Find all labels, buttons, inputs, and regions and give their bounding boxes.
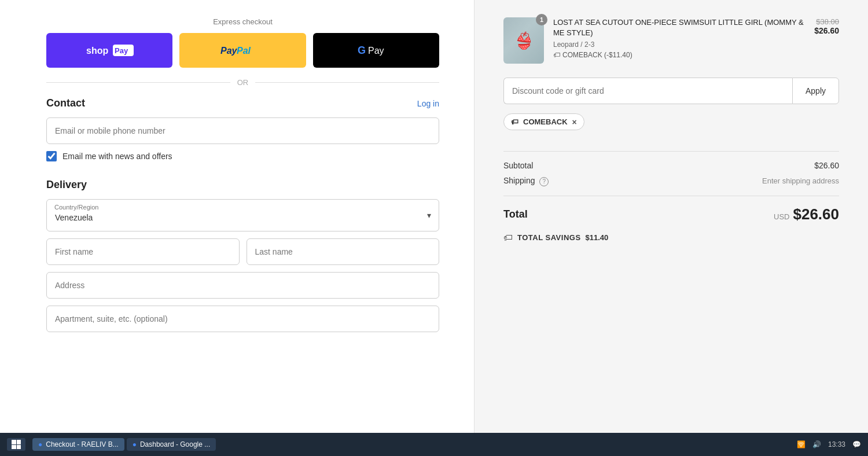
shipping-value: Enter shipping address xyxy=(762,176,839,185)
taskbar-left: ● Checkout - RAELIV B... ● Dashboard - G… xyxy=(7,438,216,451)
name-row xyxy=(46,238,439,265)
email-news-label: Email me with news and offers xyxy=(62,152,172,161)
windows-icon xyxy=(12,440,21,449)
total-value-wrapper: USD $26.60 xyxy=(774,205,839,223)
savings-tag-icon: 🏷 xyxy=(503,233,513,243)
delivery-title: Delivery xyxy=(46,179,87,191)
express-checkout-label: Express checkout xyxy=(46,17,439,26)
order-summary-panel: 👙 1 LOST AT SEA CUTOUT ONE-PIECE SWIMSUI… xyxy=(475,0,868,456)
svg-text:Pal: Pal xyxy=(237,46,251,56)
log-in-link[interactable]: Log in xyxy=(417,99,439,108)
savings-row: 🏷 TOTAL SAVINGS $11.40 xyxy=(503,233,839,243)
svg-text:G: G xyxy=(358,45,366,56)
express-buttons-row: shop Pay Pay Pal G Pay xyxy=(46,33,439,68)
coupon-remove-button[interactable]: × xyxy=(572,118,577,126)
chrome-icon-1: ● xyxy=(38,440,42,448)
paypal-button[interactable]: Pay Pal xyxy=(179,33,306,68)
total-currency: USD xyxy=(774,212,789,221)
shipping-info-icon[interactable]: ? xyxy=(539,177,549,186)
taskbar-time: 13:33 xyxy=(828,440,845,448)
savings-amount: $11.40 xyxy=(586,233,609,242)
svg-text:Pay: Pay xyxy=(220,46,238,56)
price-original: $38.00 xyxy=(814,17,839,26)
delivery-section: Delivery Country/Region Venezuela ▾ xyxy=(46,179,439,332)
delivery-section-header: Delivery xyxy=(46,179,439,191)
shipping-row: Shipping ? Enter shipping address xyxy=(503,176,839,186)
divider-line xyxy=(503,151,839,152)
product-row: 👙 1 LOST AT SEA CUTOUT ONE-PIECE SWIMSUI… xyxy=(503,17,839,64)
taskbar-tab-checkout-label: Checkout - RAELIV B... xyxy=(46,440,118,448)
discount-code-input[interactable] xyxy=(503,78,792,104)
total-label: Total xyxy=(503,208,528,220)
last-name-input[interactable] xyxy=(247,238,440,265)
country-select-wrapper: Country/Region Venezuela ▾ xyxy=(46,199,439,231)
taskbar-tab-dashboard[interactable]: ● Dashboard - Google ... xyxy=(127,438,216,451)
address-input[interactable] xyxy=(46,272,439,299)
coupon-tag: 🏷 COMEBACK × xyxy=(503,113,584,130)
product-name: LOST AT SEA CUTOUT ONE-PIECE SWIMSUIT LI… xyxy=(553,17,805,38)
discount-input-row: Apply xyxy=(503,78,839,104)
coupon-tag-icon: 🏷 xyxy=(511,117,518,126)
contact-section-header: Contact Log in xyxy=(46,97,439,109)
product-badge-count: 1 xyxy=(536,14,547,25)
subtotal-row: Subtotal $26.60 xyxy=(503,161,839,170)
gpay-button[interactable]: G Pay xyxy=(313,33,439,68)
divider-line-2 xyxy=(503,196,839,196)
first-name-input[interactable] xyxy=(46,238,240,265)
subtotal-label: Subtotal xyxy=(503,161,533,170)
total-value: $26.60 xyxy=(793,205,839,223)
subtotal-value: $26.60 xyxy=(814,161,839,170)
email-news-checkbox[interactable] xyxy=(46,151,57,161)
product-discount-code-text: COMEBACK (-$11.40) xyxy=(562,51,632,59)
taskbar-tab-checkout[interactable]: ● Checkout - RAELIV B... xyxy=(32,438,124,451)
product-info: LOST AT SEA CUTOUT ONE-PIECE SWIMSUIT LI… xyxy=(553,17,805,59)
coupon-code-text: COMEBACK xyxy=(523,117,568,126)
product-prices: $38.00 $26.60 xyxy=(814,17,839,35)
svg-text:shop: shop xyxy=(86,46,108,56)
product-image-wrapper: 👙 1 xyxy=(503,17,544,64)
total-row: Total USD $26.60 xyxy=(503,205,839,223)
chrome-icon-2: ● xyxy=(133,440,137,448)
savings-label: TOTAL SAVINGS xyxy=(517,233,581,242)
email-input[interactable] xyxy=(46,117,439,144)
country-select[interactable]: Venezuela xyxy=(46,199,439,231)
taskbar-right: 🛜 🔊 13:33 💬 xyxy=(797,440,861,448)
shipping-label: Shipping xyxy=(503,176,535,185)
or-divider: OR xyxy=(46,78,439,87)
svg-text:Pay: Pay xyxy=(368,46,384,56)
svg-text:Pay: Pay xyxy=(115,46,128,55)
taskbar-wifi-icon: 🛜 xyxy=(797,440,806,448)
checkout-left-panel: Express checkout shop Pay Pay Pal G Pay xyxy=(0,0,475,456)
taskbar: ● Checkout - RAELIV B... ● Dashboard - G… xyxy=(0,433,868,456)
product-discount-code-row: 🏷 COMEBACK (-$11.40) xyxy=(553,51,805,59)
shipping-label-wrapper: Shipping ? xyxy=(503,176,549,186)
contact-title: Contact xyxy=(46,97,85,109)
email-news-row: Email me with news and offers xyxy=(46,151,439,161)
taskbar-start[interactable] xyxy=(7,438,25,451)
shoppay-button[interactable]: shop Pay xyxy=(46,33,172,68)
taskbar-tab-dashboard-label: Dashboard - Google ... xyxy=(140,440,210,448)
price-current: $26.60 xyxy=(814,26,839,35)
taskbar-volume-icon: 🔊 xyxy=(812,440,821,448)
apt-input[interactable] xyxy=(46,306,439,332)
product-variant: Leopard / 2-3 xyxy=(553,41,805,49)
tag-icon: 🏷 xyxy=(553,51,560,59)
taskbar-notification-icon[interactable]: 💬 xyxy=(852,440,861,448)
apply-button[interactable]: Apply xyxy=(792,78,839,104)
